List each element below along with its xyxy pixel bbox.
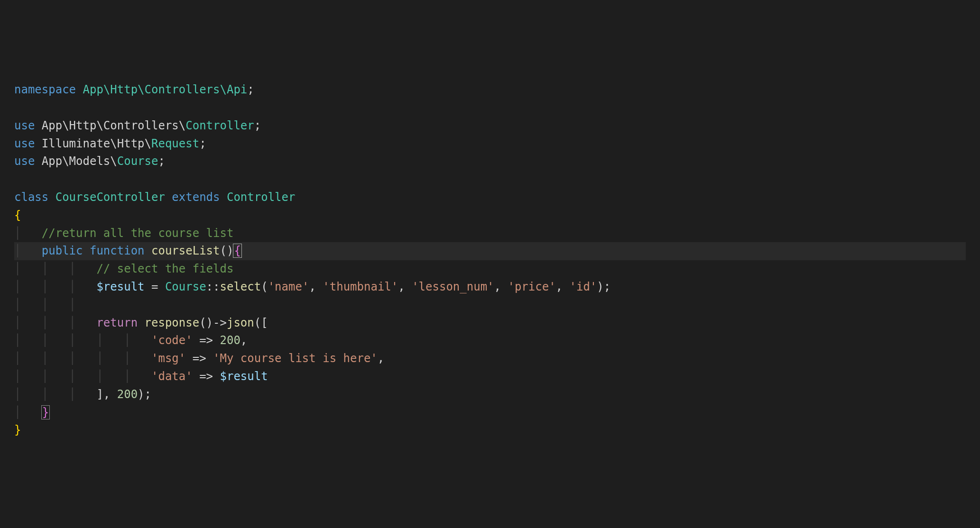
brace-open: { (14, 209, 21, 222)
code-line: } (14, 423, 21, 437)
paren-close: ); (597, 280, 610, 293)
indent-guide: │ (14, 406, 42, 419)
comma: , (309, 280, 323, 293)
code-line: namespace App\Http\Controllers\Api; (14, 83, 254, 96)
paren-bracket-open: ([ (254, 316, 268, 329)
class-ref: Controller (185, 119, 254, 132)
operator-assign: = (145, 280, 165, 293)
class-ref: Request (151, 137, 199, 150)
semicolon: ; (158, 155, 165, 168)
fat-arrow: => (193, 370, 220, 383)
code-line: use App\Models\Course; (14, 155, 165, 168)
variable: $result (96, 280, 144, 293)
class-ref: Course (117, 155, 158, 168)
brace-close: } (14, 423, 21, 437)
class-ref: Course (165, 280, 206, 293)
string-arg: 'price' (508, 280, 555, 293)
indent-guide: │ │ │ (14, 280, 96, 293)
code-line (14, 101, 21, 114)
number-literal: 200 (117, 388, 138, 401)
arrow-chain: ()-> (199, 316, 227, 329)
comma: , (556, 280, 570, 293)
string-arg: 'id' (570, 280, 597, 293)
function-call: response (145, 316, 200, 329)
fat-arrow: => (185, 352, 213, 365)
indent-guide: │ │ │ (14, 388, 96, 401)
code-editor[interactable]: namespace App\Http\Controllers\Api; use … (14, 81, 966, 439)
string-arg: 'lesson_num' (412, 280, 494, 293)
code-line: use App\Http\Controllers\Controller; (14, 119, 261, 132)
code-line: │ │ │ │ │ 'msg' => 'My course list is he… (14, 352, 384, 365)
method-call: select (220, 280, 261, 293)
string-arg: 'name' (268, 280, 309, 293)
space (138, 316, 144, 329)
comma: , (378, 352, 384, 365)
use-path: App\Models\ (35, 155, 117, 168)
indent-guide: │ │ │ (14, 316, 96, 329)
semicolon: ; (254, 119, 261, 132)
array-key: 'data' (151, 370, 193, 383)
code-line-cursor: │ public function courseList(){ (14, 242, 966, 260)
code-line: │ │ │ // select the fields (14, 262, 233, 275)
comment: // select the fields (96, 262, 233, 275)
keyword-public: public (42, 244, 83, 257)
use-path: App\Http\Controllers\ (35, 119, 185, 132)
indent-guide: │ │ │ │ │ (14, 370, 151, 383)
keyword-use: use (14, 119, 35, 132)
code-line: { (14, 209, 21, 222)
code-line: │ │ │ $result = Course::select('name', '… (14, 280, 610, 293)
comma: , (494, 280, 508, 293)
class-name: CourseController (48, 191, 165, 204)
code-line (14, 173, 21, 186)
method-call: json (227, 316, 254, 329)
parens: () (220, 244, 234, 257)
indent-guide: │ (14, 227, 42, 240)
code-line: │ │ │ (14, 298, 76, 311)
code-line: │ │ │ ], 200); (14, 388, 151, 401)
keyword-class: class (14, 191, 48, 204)
keyword-namespace: namespace (14, 83, 76, 96)
namespace-path: App\Http\Controllers\Api (76, 83, 247, 96)
indent-guide: │ (14, 244, 42, 257)
code-line: │ //return all the course list (14, 227, 233, 240)
semicolon: ; (247, 83, 254, 96)
paren-open: ( (261, 280, 268, 293)
keyword-use: use (14, 137, 35, 150)
code-line: │ │ │ return response()->json([ (14, 316, 268, 329)
keyword-extends: extends (165, 191, 220, 204)
comma: , (398, 280, 412, 293)
string-arg: 'thumbnail' (323, 280, 398, 293)
array-key: 'msg' (151, 352, 185, 365)
brace-open-cursor: { (233, 244, 241, 258)
code-line: class CourseController extends Controlle… (14, 191, 295, 204)
brace-close-match: } (41, 405, 50, 419)
code-line: │ } (14, 406, 50, 419)
keyword-use: use (14, 155, 35, 168)
use-path: Illuminate\Http\ (35, 137, 151, 150)
double-colon: :: (206, 280, 220, 293)
indent-guide: │ │ │ │ │ (14, 334, 151, 347)
method-name: courseList (145, 244, 220, 257)
variable: $result (220, 370, 268, 383)
semicolon: ; (199, 137, 206, 150)
bracket-close: ], (96, 388, 117, 401)
indent-guide: │ │ │ (14, 262, 96, 275)
indent-guide: │ │ │ │ │ (14, 352, 151, 365)
paren-close: ); (138, 388, 151, 401)
comment: //return all the course list (42, 227, 234, 240)
array-key: 'code' (151, 334, 193, 347)
string-literal: 'My course list is here' (213, 352, 378, 365)
code-line: │ │ │ │ │ 'data' => $result (14, 370, 268, 383)
keyword-function: function (83, 244, 145, 257)
code-line: │ │ │ │ │ 'code' => 200, (14, 334, 247, 347)
comma: , (240, 334, 247, 347)
number-literal: 200 (220, 334, 240, 347)
indent-guide: │ │ │ (14, 298, 76, 311)
fat-arrow: => (193, 334, 220, 347)
keyword-return: return (96, 316, 138, 329)
base-class: Controller (220, 191, 295, 204)
code-line: use Illuminate\Http\Request; (14, 137, 206, 150)
